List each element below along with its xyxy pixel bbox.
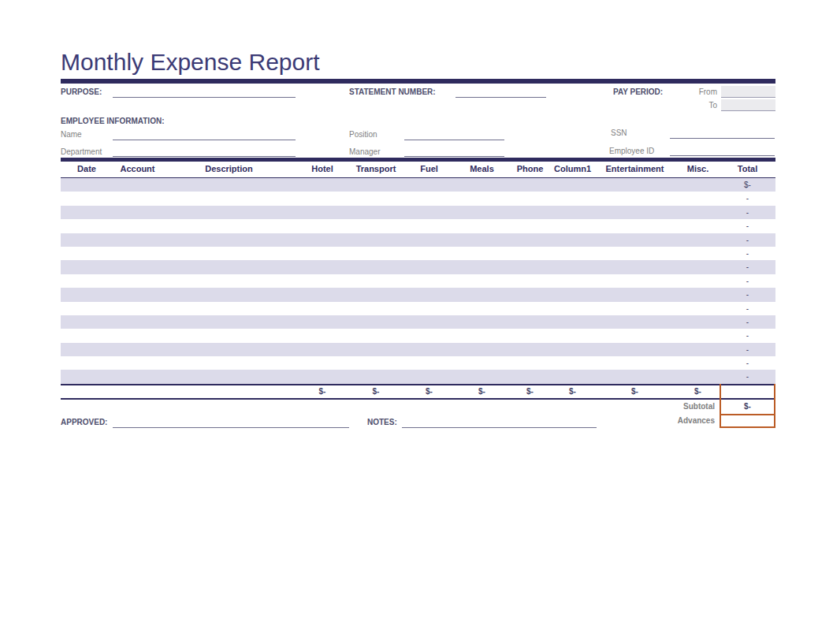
expense-cell[interactable] — [403, 192, 456, 205]
approved-signature-field[interactable] — [113, 416, 349, 428]
expense-cell[interactable] — [552, 356, 593, 370]
expense-cell[interactable] — [349, 288, 403, 301]
expense-cell[interactable] — [508, 343, 552, 356]
expense-cell[interactable] — [676, 206, 720, 219]
expense-cell[interactable] — [113, 356, 162, 370]
expense-cell[interactable] — [349, 356, 403, 370]
expense-cell[interactable] — [61, 233, 113, 247]
expense-cell[interactable] — [113, 219, 162, 233]
expense-cell[interactable] — [552, 206, 593, 219]
expense-cell[interactable] — [113, 288, 162, 301]
expense-cell[interactable] — [508, 192, 552, 205]
expense-cell[interactable] — [61, 302, 113, 315]
expense-cell[interactable] — [296, 260, 349, 274]
expense-cell[interactable] — [552, 302, 593, 315]
expense-cell[interactable] — [676, 356, 720, 370]
expense-cell[interactable] — [508, 206, 552, 219]
expense-cell[interactable] — [508, 302, 552, 315]
expense-cell[interactable] — [61, 315, 113, 329]
expense-cell[interactable] — [61, 206, 113, 219]
expense-cell[interactable] — [593, 302, 676, 315]
expense-cell[interactable] — [61, 356, 113, 370]
expense-cell[interactable] — [403, 247, 456, 260]
expense-cell[interactable] — [296, 192, 349, 205]
expense-cell[interactable] — [162, 260, 296, 274]
expense-cell[interactable] — [61, 192, 113, 205]
expense-cell[interactable] — [456, 247, 508, 260]
expense-cell[interactable] — [113, 370, 162, 383]
expense-cell[interactable] — [113, 247, 162, 260]
expense-cell[interactable] — [113, 178, 162, 192]
expense-cell[interactable] — [113, 329, 162, 342]
expense-cell[interactable] — [61, 343, 113, 356]
expense-cell[interactable] — [113, 274, 162, 288]
employee-id-field[interactable] — [670, 144, 775, 156]
expense-cell[interactable] — [456, 370, 508, 383]
expense-cell[interactable] — [508, 370, 552, 383]
expense-cell[interactable] — [296, 302, 349, 315]
expense-cell[interactable] — [676, 329, 720, 342]
expense-cell[interactable] — [296, 233, 349, 247]
statement-number-field[interactable] — [456, 86, 546, 98]
expense-cell[interactable] — [403, 233, 456, 247]
expense-cell[interactable] — [552, 192, 593, 205]
expense-cell[interactable] — [349, 302, 403, 315]
expense-cell[interactable] — [162, 356, 296, 370]
expense-cell[interactable] — [403, 315, 456, 329]
expense-cell[interactable] — [162, 329, 296, 342]
expense-cell[interactable] — [296, 356, 349, 370]
expense-cell[interactable] — [456, 315, 508, 329]
expense-cell[interactable] — [456, 343, 508, 356]
expense-cell[interactable] — [456, 192, 508, 205]
expense-cell[interactable] — [113, 192, 162, 205]
expense-cell[interactable] — [296, 178, 349, 192]
expense-cell[interactable] — [593, 219, 676, 233]
expense-cell[interactable] — [552, 219, 593, 233]
expense-cell[interactable] — [349, 260, 403, 274]
expense-cell[interactable] — [162, 206, 296, 219]
expense-cell[interactable] — [508, 315, 552, 329]
expense-cell[interactable] — [113, 343, 162, 356]
expense-cell[interactable] — [456, 260, 508, 274]
expense-cell[interactable] — [162, 247, 296, 260]
expense-cell[interactable] — [456, 178, 508, 192]
pay-period-from-field[interactable] — [721, 86, 775, 98]
expense-cell[interactable] — [676, 288, 720, 301]
notes-field[interactable] — [402, 416, 597, 428]
expense-cell[interactable] — [403, 206, 456, 219]
expense-cell[interactable] — [162, 302, 296, 315]
expense-cell[interactable] — [676, 219, 720, 233]
expense-cell[interactable] — [296, 206, 349, 219]
expense-cell[interactable] — [61, 288, 113, 301]
expense-cell[interactable] — [403, 370, 456, 383]
expense-cell[interactable] — [403, 274, 456, 288]
expense-cell[interactable] — [349, 329, 403, 342]
expense-cell[interactable] — [552, 315, 593, 329]
expense-cell[interactable] — [349, 343, 403, 356]
expense-cell[interactable] — [113, 206, 162, 219]
expense-cell[interactable] — [113, 315, 162, 329]
expense-cell[interactable] — [349, 219, 403, 233]
expense-cell[interactable] — [403, 178, 456, 192]
manager-field[interactable] — [404, 145, 504, 157]
expense-cell[interactable] — [456, 329, 508, 342]
expense-cell[interactable] — [676, 178, 720, 192]
expense-cell[interactable] — [349, 233, 403, 247]
expense-cell[interactable] — [593, 343, 676, 356]
expense-cell[interactable] — [162, 219, 296, 233]
expense-cell[interactable] — [456, 206, 508, 219]
expense-cell[interactable] — [162, 233, 296, 247]
expense-cell[interactable] — [676, 233, 720, 247]
expense-cell[interactable] — [162, 192, 296, 205]
expense-cell[interactable] — [61, 370, 113, 383]
expense-cell[interactable] — [508, 329, 552, 342]
expense-cell[interactable] — [593, 247, 676, 260]
expense-cell[interactable] — [508, 233, 552, 247]
expense-cell[interactable] — [508, 247, 552, 260]
expense-cell[interactable] — [403, 219, 456, 233]
expense-cell[interactable] — [676, 343, 720, 356]
expense-cell[interactable] — [61, 178, 113, 192]
expense-cell[interactable] — [552, 274, 593, 288]
expense-cell[interactable] — [593, 260, 676, 274]
expense-cell[interactable] — [593, 192, 676, 205]
